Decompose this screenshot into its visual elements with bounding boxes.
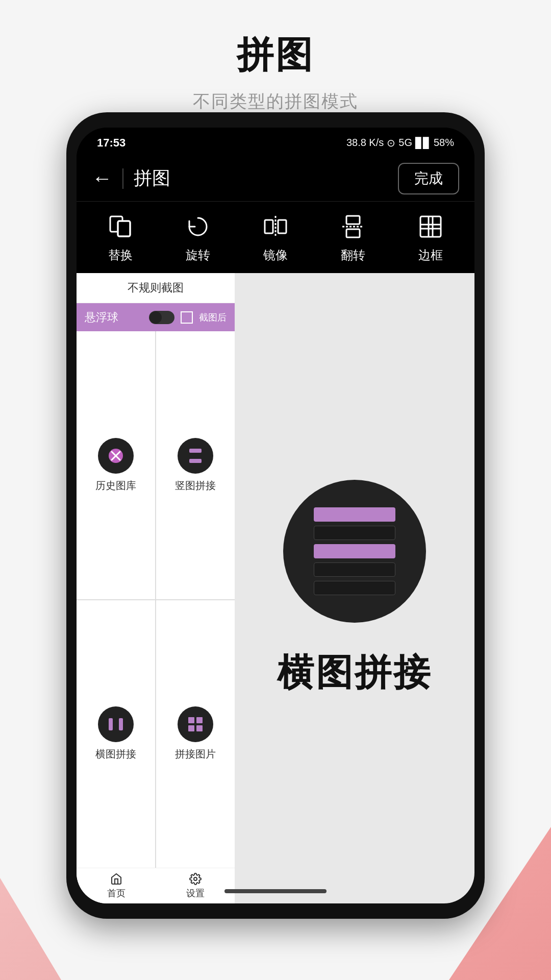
stack-icon (314, 507, 395, 595)
svg-rect-17 (189, 449, 202, 453)
tool-mirror-label: 镜像 (263, 247, 288, 263)
tool-mirror[interactable]: 镜像 (260, 211, 291, 263)
status-time: 17:53 (97, 136, 126, 150)
page-subtitle: 不同类型的拼图模式 (0, 90, 551, 113)
horizontal-label: 横图拼接 (95, 747, 136, 761)
mirror-icon (260, 211, 291, 242)
svg-rect-9 (420, 216, 441, 237)
stack-row-4 (314, 562, 395, 577)
left-panel-header: 不规则截图 (77, 273, 235, 303)
stack-row-2 (314, 526, 395, 540)
puzzle-label: 拼接图片 (175, 747, 216, 761)
content-area: 不规则截图 悬浮球 截图后 (77, 273, 474, 903)
svg-rect-7 (346, 216, 360, 224)
left-panel: 不规则截图 悬浮球 截图后 (77, 273, 235, 903)
tool-rotate[interactable]: 旋转 (183, 211, 213, 263)
feature-title: 横图拼接 (277, 648, 432, 697)
home-indicator (224, 889, 327, 893)
vertical-label: 竖图拼接 (175, 479, 216, 493)
svg-rect-4 (265, 220, 273, 233)
phone-screen: 17:53 38.8 K/s ⊙ 5G ▊▊ 58% ← 拼图 完成 (77, 128, 474, 903)
nav-settings-label: 设置 (186, 887, 205, 899)
floating-bar: 悬浮球 截图后 (77, 303, 235, 331)
floating-label: 悬浮球 (85, 310, 143, 325)
inner-bottom-nav: 首页 设置 (77, 868, 235, 903)
tool-border-label: 边框 (418, 247, 443, 263)
svg-rect-18 (189, 454, 202, 458)
svg-rect-25 (188, 725, 194, 731)
toolbar: 替换 旋转 (77, 202, 474, 273)
app-header: ← 拼图 完成 (77, 156, 474, 202)
svg-rect-22 (119, 718, 123, 730)
bg-decoration-left (0, 878, 61, 980)
horizontal-icon (98, 706, 134, 742)
header-divider (122, 168, 123, 189)
page-title: 拼图 (0, 31, 551, 80)
right-panel: 横图拼接 (235, 273, 474, 903)
svg-rect-24 (196, 717, 203, 723)
history-icon (98, 438, 134, 474)
floating-toggle[interactable] (149, 311, 174, 324)
done-button[interactable]: 完成 (398, 163, 459, 194)
page-header: 拼图 不同类型的拼图模式 (0, 0, 551, 124)
nav-home[interactable]: 首页 (77, 868, 156, 903)
status-5g: 5G (398, 137, 412, 149)
status-signal: ⊙ (387, 137, 395, 149)
svg-rect-8 (346, 229, 360, 237)
grid-item-horizontal[interactable]: 横图拼接 (77, 600, 155, 868)
svg-rect-20 (109, 718, 113, 730)
tool-flip[interactable]: 翻转 (338, 211, 368, 263)
stack-row-1 (314, 507, 395, 522)
floating-after-label: 截图后 (199, 311, 227, 324)
nav-settings[interactable]: 设置 (156, 868, 235, 903)
replace-icon (105, 211, 136, 242)
tool-rotate-label: 旋转 (186, 247, 210, 263)
svg-rect-5 (278, 220, 286, 233)
stack-row-3 (314, 544, 395, 558)
grid-item-vertical[interactable]: 竖图拼接 (156, 331, 235, 599)
header-title: 拼图 (134, 166, 398, 191)
tool-border[interactable]: 边框 (415, 211, 446, 263)
nav-home-label: 首页 (107, 887, 126, 899)
border-icon (415, 211, 446, 242)
floating-checkbox[interactable] (181, 311, 193, 324)
svg-rect-23 (188, 717, 194, 723)
svg-rect-26 (196, 725, 203, 731)
puzzle-icon (178, 706, 213, 742)
status-speed: 38.8 K/s (346, 137, 384, 149)
svg-rect-1 (118, 221, 130, 236)
vertical-icon (178, 438, 213, 474)
status-battery: 58% (434, 137, 454, 149)
app-grid: 历史图库 竖图拼接 (77, 331, 235, 868)
svg-rect-19 (189, 459, 202, 463)
tool-flip-label: 翻转 (341, 247, 365, 263)
rotate-icon (183, 211, 213, 242)
history-label: 历史图库 (95, 479, 136, 493)
flip-icon (338, 211, 368, 242)
back-button[interactable]: ← (92, 167, 112, 190)
svg-point-27 (194, 877, 197, 880)
tool-replace[interactable]: 替换 (105, 211, 136, 263)
phone-frame: 17:53 38.8 K/s ⊙ 5G ▊▊ 58% ← 拼图 完成 (66, 112, 485, 919)
stack-row-5 (314, 581, 395, 595)
illustration-circle (283, 480, 426, 623)
status-right: 38.8 K/s ⊙ 5G ▊▊ 58% (346, 137, 454, 149)
status-bar: 17:53 38.8 K/s ⊙ 5G ▊▊ 58% (77, 128, 474, 156)
svg-rect-21 (114, 718, 118, 730)
toggle-knob (149, 311, 162, 324)
tool-replace-label: 替换 (108, 247, 133, 263)
grid-item-puzzle[interactable]: 拼接图片 (156, 600, 235, 868)
grid-item-history[interactable]: 历史图库 (77, 331, 155, 599)
status-bars: ▊▊ (415, 137, 431, 149)
